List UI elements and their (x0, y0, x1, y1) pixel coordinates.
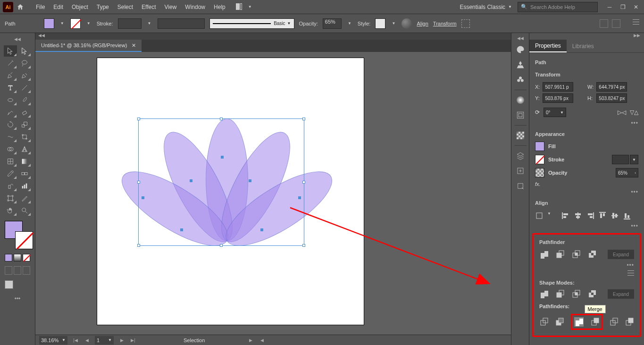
slice-tool[interactable] (18, 193, 31, 204)
transform-more[interactable]: ••• (529, 120, 644, 128)
document-tab[interactable]: Untitled-1* @ 38.16% (RGB/Preview) ✕ (35, 40, 142, 52)
align-bottom-icon[interactable] (623, 211, 631, 220)
rectangle-tool[interactable] (4, 94, 17, 106)
stroke-color-swatch[interactable] (70, 18, 81, 29)
sm-expand-button[interactable]: Expand (608, 289, 634, 299)
transform-label[interactable]: Transform (433, 21, 457, 26)
curvature-tool[interactable] (18, 70, 31, 81)
shaper-tool[interactable] (4, 107, 17, 118)
exclude-icon[interactable] (587, 250, 597, 259)
fx-label[interactable]: fx. (535, 181, 541, 187)
color-mode[interactable] (5, 254, 12, 261)
y-input[interactable] (543, 93, 573, 103)
align-vcenter-icon[interactable] (611, 211, 619, 220)
minimize-button[interactable]: ─ (604, 3, 615, 11)
stroke-weight-field[interactable] (612, 155, 629, 164)
minus-back-icon[interactable] (625, 317, 634, 327)
menu-view[interactable]: View (161, 2, 181, 12)
fill-dropdown[interactable]: ▼ (59, 18, 66, 29)
paintbrush-tool[interactable] (18, 94, 31, 106)
w-input[interactable] (596, 82, 627, 92)
status-expand[interactable]: ▶ (247, 337, 254, 344)
stroke-panel-icon[interactable] (514, 109, 527, 121)
appearance-opacity-input[interactable]: 65%› (616, 168, 638, 177)
draw-behind[interactable] (14, 266, 21, 275)
opacity-input[interactable]: 65% (323, 18, 342, 29)
appearance-stroke-swatch[interactable] (535, 155, 544, 164)
align-left-icon[interactable] (561, 211, 570, 220)
rotate-tool[interactable] (4, 119, 17, 130)
perspective-grid-tool[interactable] (18, 143, 31, 155)
merge-icon[interactable] (574, 317, 584, 327)
draw-inside[interactable] (23, 266, 30, 275)
variable-width-profile[interactable] (158, 18, 205, 29)
menu-help[interactable]: Help (210, 2, 229, 12)
crop-icon[interactable] (590, 317, 600, 327)
brush-definition[interactable]: Basic ▼ (209, 18, 294, 29)
stroke-weight-input[interactable] (118, 18, 142, 29)
snap-options-icon[interactable] (612, 19, 620, 28)
magic-wand-tool[interactable] (4, 58, 17, 69)
pathfinder-more[interactable]: ••• (536, 262, 637, 270)
opacity-dropdown[interactable]: ▼ (346, 18, 353, 29)
lasso-tool[interactable] (18, 58, 31, 69)
last-artboard[interactable]: ▶| (130, 337, 136, 344)
workspace-switcher[interactable]: Essentials Classic ▼ (456, 2, 516, 12)
menu-type[interactable]: Type (93, 2, 113, 12)
close-button[interactable]: ✕ (631, 3, 641, 11)
gradient-panel-icon[interactable] (514, 94, 527, 106)
type-tool[interactable] (4, 82, 17, 93)
none-mode[interactable] (23, 254, 30, 261)
expand-button[interactable]: Expand (608, 250, 634, 259)
search-help-input[interactable]: 🔍 Search Adobe Help (518, 2, 598, 12)
divide-icon[interactable] (539, 317, 548, 327)
scale-tool[interactable] (18, 119, 31, 130)
transparency-panel-icon[interactable] (514, 129, 527, 142)
draw-normal[interactable] (5, 266, 12, 275)
artboard-tool[interactable] (4, 193, 17, 204)
eyedropper-tool[interactable] (4, 168, 17, 179)
hand-tool[interactable] (4, 205, 17, 216)
align-top-icon[interactable] (598, 211, 607, 220)
align-hcenter-icon[interactable] (574, 211, 582, 220)
menu-file[interactable]: File (32, 2, 49, 12)
blend-tool[interactable] (18, 168, 31, 179)
sm-unite-icon[interactable] (539, 289, 549, 299)
screen-mode[interactable] (5, 280, 13, 289)
sm-exclude-icon[interactable] (587, 289, 597, 299)
tools-collapse[interactable]: ◀◀ (0, 37, 35, 43)
outline-icon[interactable] (610, 317, 619, 327)
intersect-icon[interactable] (571, 250, 581, 259)
free-transform-tool[interactable] (18, 131, 31, 143)
first-artboard[interactable]: |◀ (72, 337, 79, 344)
eraser-tool[interactable] (18, 107, 31, 118)
appearance-fill-swatch[interactable] (535, 142, 544, 151)
gradient-tool[interactable] (18, 156, 31, 167)
align-right-icon[interactable] (586, 211, 594, 220)
line-segment-tool[interactable] (18, 82, 31, 93)
appearance-more[interactable]: ••• (529, 189, 644, 197)
tab-properties[interactable]: Properties (529, 40, 567, 52)
symbol-sprayer-tool[interactable] (4, 180, 17, 192)
shape-builder-tool[interactable] (4, 143, 17, 155)
stroke-dropdown[interactable]: ▼ (85, 18, 92, 29)
edit-toolbar[interactable]: ••• (0, 292, 35, 302)
artboards-panel-icon[interactable] (514, 180, 527, 192)
arrange-documents-icon[interactable] (236, 3, 245, 11)
graphic-style-swatch[interactable] (375, 18, 385, 29)
align-pixel-grid-icon[interactable] (600, 19, 608, 28)
color-guide-panel-icon[interactable] (514, 59, 527, 71)
tab-libraries[interactable]: Libraries (567, 40, 600, 52)
mesh-tool[interactable] (4, 156, 17, 167)
style-dropdown[interactable]: ▼ (390, 18, 397, 29)
stroke-weight-dd[interactable]: ▼ (630, 155, 638, 164)
pen-tool[interactable] (4, 70, 17, 81)
recolor-icon[interactable] (401, 18, 412, 29)
panel-menu-icon[interactable] (633, 19, 639, 28)
menu-window[interactable]: Window (181, 2, 209, 12)
close-document-icon[interactable]: ✕ (132, 42, 136, 49)
pathfinder-menu[interactable] (536, 270, 637, 277)
width-tool[interactable] (4, 131, 17, 143)
sm-minus-icon[interactable] (555, 289, 565, 299)
zoom-tool[interactable] (18, 205, 31, 216)
